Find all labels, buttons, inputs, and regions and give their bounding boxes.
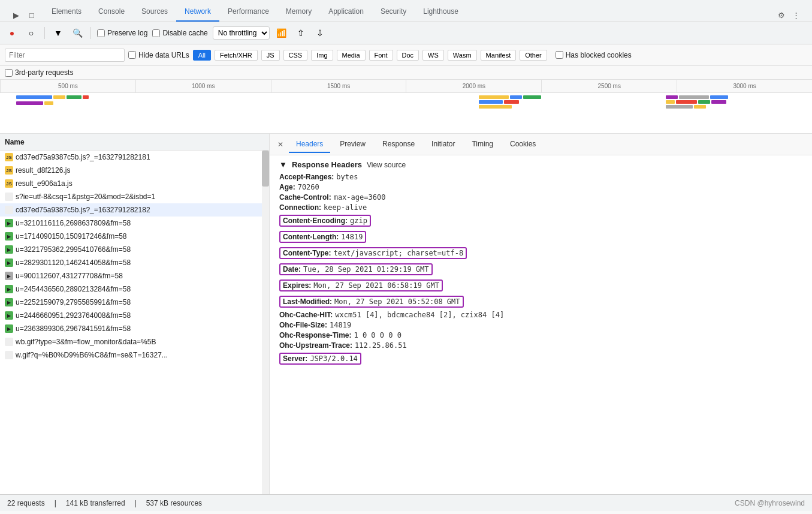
list-item[interactable]: ▶ u=2252159079,2795585991&fm=58 <box>0 296 269 309</box>
search-button[interactable]: 🔍 <box>70 26 84 40</box>
upload-icon[interactable]: ⇧ <box>294 26 308 40</box>
file-name: u=900112607,431277708&fm=58 <box>16 272 123 280</box>
tab-application[interactable]: Application <box>320 4 372 22</box>
download-icon[interactable]: ⇩ <box>313 26 327 40</box>
tab-preview[interactable]: Preview <box>333 136 373 153</box>
filter-btn-fetchxhr[interactable]: Fetch/XHR <box>215 50 258 61</box>
tab-elements[interactable]: Elements <box>43 4 90 22</box>
file-name: cd37ed75a9387c5b.js?_=1632791282181 <box>16 153 150 161</box>
header-value: 112.25.86.51 <box>355 341 407 350</box>
filter-btn-media[interactable]: Media <box>337 50 366 61</box>
filter-btn-font[interactable]: Font <box>369 50 393 61</box>
tab-cookies[interactable]: Cookies <box>503 136 543 153</box>
header-row-highlighted: Last-Modified: Mon, 27 Sep 2021 05:52:08… <box>279 294 802 309</box>
inspect-icon[interactable]: □ <box>25 8 38 22</box>
header-row: Ohc-File-Size: 14819 <box>279 321 802 329</box>
clear-button[interactable]: ○ <box>24 26 38 40</box>
filter-btn-other[interactable]: Other <box>520 50 547 61</box>
tab-initiator[interactable]: Initiator <box>424 136 462 153</box>
list-item[interactable]: JS result_e906a1a.js <box>0 177 269 190</box>
has-blocked-cookies-checkbox[interactable] <box>556 51 563 59</box>
close-button[interactable]: ✕ <box>274 139 286 151</box>
filter-btn-all[interactable]: All <box>193 50 211 61</box>
settings-icon[interactable]: ⚙ <box>775 8 788 22</box>
file-list-header: Name <box>0 134 269 151</box>
img-icon: ▶ <box>5 245 13 254</box>
header-value: Tue, 28 Sep 2021 01:29:19 GMT <box>303 265 429 273</box>
tab-security[interactable]: Security <box>372 4 415 22</box>
scrollbar-thumb[interactable] <box>262 151 269 187</box>
file-list-panel: Name JS cd37ed75a9387c5b.js?_=1632791282… <box>0 134 270 494</box>
header-row: Age: 70260 <box>279 183 802 191</box>
third-party-text: 3rd-party requests <box>15 68 73 77</box>
list-item[interactable]: cd37ed75a9387c5b.js?_=1632791282182 <box>0 203 269 217</box>
tab-timing[interactable]: Timing <box>464 136 500 153</box>
scrollbar-track[interactable] <box>262 151 269 494</box>
separator-1 <box>44 27 45 39</box>
tick-1500: 1500 ms <box>271 80 406 92</box>
header-highlighted: Content-Type: text/javascript; charset=u… <box>279 247 467 259</box>
header-name: Content-Length: <box>283 233 339 241</box>
wifi-icon[interactable]: 📶 <box>274 26 289 40</box>
tab-sources[interactable]: Sources <box>133 4 176 22</box>
hide-data-urls-checkbox[interactable] <box>128 51 136 59</box>
header-value: max-age=3600 <box>334 193 386 202</box>
list-item[interactable]: ▶ u=2829301120,1462414058&fm=58 <box>0 256 269 269</box>
img-icon: ▶ <box>5 258 13 267</box>
filter-btn-img[interactable]: Img <box>311 50 333 61</box>
list-item[interactable]: wb.gif?type=3&fm=flow_monitor&data=%5B <box>0 335 269 348</box>
file-list[interactable]: JS cd37ed75a9387c5b.js?_=1632791282181 J… <box>0 151 269 494</box>
sep: | <box>55 499 56 507</box>
list-item[interactable]: ▶ u=3210116116,2698637809&fm=58 <box>0 217 269 230</box>
filter-btn-ws[interactable]: WS <box>422 50 444 61</box>
header-value: 14819 <box>330 321 351 329</box>
header-row-highlighted: Date: Tue, 28 Sep 2021 01:29:19 GMT <box>279 262 802 276</box>
list-item[interactable]: ▶ u=2446660951,2923764008&fm=58 <box>0 309 269 322</box>
list-item[interactable]: ▶ u=2454436560,2890213284&fm=58 <box>0 282 269 296</box>
header-row: Ohc-Response-Time: 1 0 0 0 0 0 <box>279 331 802 339</box>
throttle-select[interactable]: No throttling <box>213 26 270 40</box>
list-item[interactable]: s?ie=utf-8&csq=1&pstg=20&mod=2&isbd=1 <box>0 190 269 203</box>
list-item[interactable]: ▶ u=900112607,431277708&fm=58 <box>0 269 269 282</box>
disable-cache-checkbox[interactable] <box>152 29 160 37</box>
third-party-checkbox[interactable] <box>5 69 13 77</box>
filter-input[interactable] <box>5 49 125 62</box>
filter-icon-button[interactable]: ▼ <box>51 26 65 40</box>
tick-2500: 2500 ms <box>541 80 677 92</box>
header-name: Age: <box>279 183 295 191</box>
list-item[interactable]: ▶ u=1714090150,150917246&fm=58 <box>0 230 269 243</box>
img-icon: ▶ <box>5 232 13 241</box>
img-icon: ▶ <box>5 285 13 293</box>
blank-icon <box>5 206 13 214</box>
filter-btn-js[interactable]: JS <box>261 50 280 61</box>
filter-btn-doc[interactable]: Doc <box>397 50 419 61</box>
tick-500: 500 ms <box>0 80 135 92</box>
file-list-header-label: Name <box>5 138 25 146</box>
third-party-label: 3rd-party requests <box>5 68 73 77</box>
list-item[interactable]: ▶ u=3221795362,2995410766&fm=58 <box>0 243 269 256</box>
tab-response[interactable]: Response <box>375 136 422 153</box>
tab-performance[interactable]: Performance <box>219 4 277 22</box>
hide-data-urls-label: Hide data URLs <box>128 51 189 59</box>
tab-network[interactable]: Network <box>176 4 219 22</box>
filter-btn-manifest[interactable]: Manifest <box>481 50 517 61</box>
filter-btn-wasm[interactable]: Wasm <box>448 50 477 61</box>
list-item[interactable]: w.gif?q=%B0%D9%B6%C8&fm=se&T=16327... <box>0 348 269 362</box>
list-item[interactable]: JS cd37ed75a9387c5b.js?_=1632791282181 <box>0 151 269 164</box>
cursor-icon[interactable]: ▶ <box>10 8 23 22</box>
more-icon[interactable]: ⋮ <box>789 8 802 22</box>
view-source-link[interactable]: View source <box>367 161 406 169</box>
list-item[interactable]: ▶ u=2363899306,2967841591&fm=58 <box>0 322 269 335</box>
tab-console[interactable]: Console <box>90 4 133 22</box>
preserve-log-label: Preserve log <box>97 29 147 37</box>
list-item[interactable]: JS result_d8f2126.js <box>0 164 269 177</box>
tab-headers[interactable]: Headers <box>289 136 330 153</box>
file-name: u=2252159079,2795585991&fm=58 <box>16 298 131 306</box>
filter-btn-css[interactable]: CSS <box>283 50 308 61</box>
tab-lighthouse[interactable]: Lighthouse <box>415 4 467 22</box>
record-button[interactable]: ● <box>5 26 19 40</box>
img-icon: ▶ <box>5 324 13 333</box>
timeline-chart <box>0 93 812 134</box>
tab-memory[interactable]: Memory <box>277 4 320 22</box>
preserve-log-checkbox[interactable] <box>97 29 105 37</box>
